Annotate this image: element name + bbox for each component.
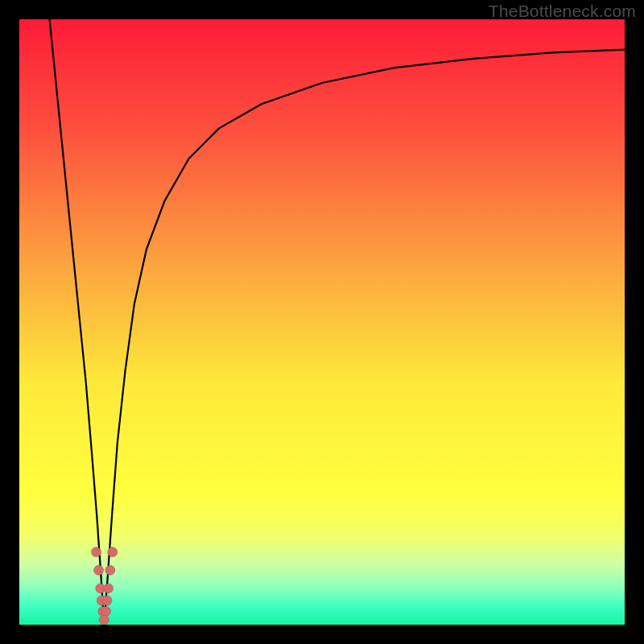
marker-dot xyxy=(92,547,101,557)
marker-dot xyxy=(105,565,115,575)
plot-area xyxy=(19,19,625,625)
marker-dot xyxy=(104,584,114,593)
watermark-text: TheBottleneck.com xyxy=(489,2,636,21)
marker-dot xyxy=(108,547,118,557)
series-left-branch xyxy=(50,19,105,625)
marker-dot xyxy=(102,596,112,605)
curve-layer xyxy=(19,19,625,625)
marker-dot xyxy=(94,565,104,575)
series-right-branch xyxy=(104,50,625,625)
marker-dot xyxy=(101,606,111,616)
chart-frame: TheBottleneck.com xyxy=(0,0,644,644)
marker-dot xyxy=(99,615,109,625)
